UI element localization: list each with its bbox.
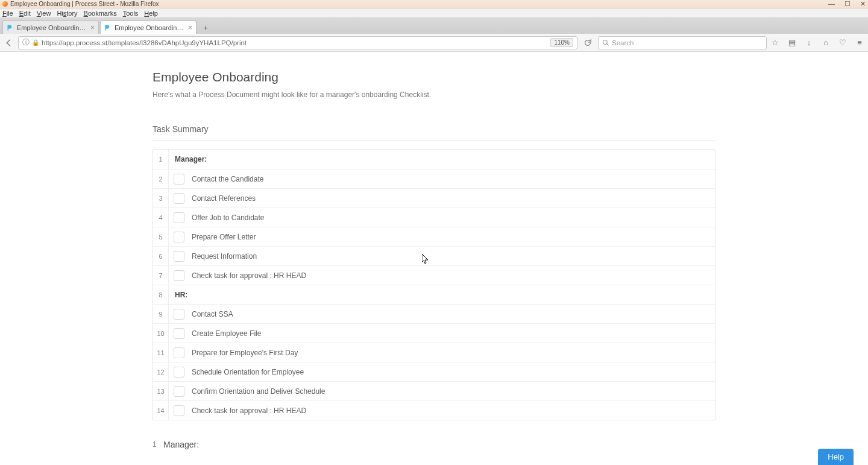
menu-help[interactable]: Help <box>144 10 158 17</box>
tab-1-close-icon[interactable]: × <box>188 24 192 32</box>
pocket-icon[interactable]: ♡ <box>838 38 848 47</box>
tab-strip: Employee Onboarding | Pr... × Employee O… <box>0 18 868 34</box>
window-titlebar: Employee Onboarding | Process Street - M… <box>0 0 868 8</box>
menu-edit[interactable]: Edit <box>19 10 31 17</box>
address-bar[interactable]: ⓘ 🔒 https://app.process.st/templates/l32… <box>18 36 577 49</box>
search-placeholder: Search <box>612 39 634 46</box>
tab-0-close-icon[interactable]: × <box>90 24 95 32</box>
toolbar: ⓘ 🔒 https://app.process.st/templates/l32… <box>0 34 868 52</box>
window-title: Employee Onboarding | Process Street - M… <box>10 1 159 7</box>
library-icon[interactable]: ▤ <box>787 38 797 47</box>
reload-icon <box>583 39 592 47</box>
process-street-favicon-icon <box>7 24 14 31</box>
downloads-icon[interactable]: ↓ <box>804 38 814 47</box>
window-maximize-button[interactable]: ☐ <box>844 0 851 8</box>
url-text: https://app.process.st/templates/l3286vD… <box>42 39 247 46</box>
new-tab-button[interactable]: + <box>199 22 212 34</box>
reload-button[interactable] <box>582 37 593 48</box>
menu-bar: FFileile Edit View History Bookmarks Too… <box>0 8 868 18</box>
menu-bookmarks[interactable]: Bookmarks <box>84 10 117 17</box>
window-minimize-button[interactable]: — <box>828 0 835 8</box>
tab-1-label: Employee Onboarding | Pr... <box>115 24 186 31</box>
tab-1[interactable]: Employee Onboarding | Pr... × <box>100 21 197 34</box>
search-field[interactable]: Search <box>598 36 767 49</box>
search-icon <box>602 39 609 46</box>
back-button[interactable] <box>4 37 14 48</box>
tab-0-label: Employee Onboarding | Pr... <box>17 24 88 31</box>
info-icon: ⓘ <box>22 38 30 47</box>
menu-history[interactable]: History <box>57 10 77 17</box>
menu-tools[interactable]: Tools <box>123 10 139 17</box>
lock-icon: 🔒 <box>32 39 39 46</box>
menu-view[interactable]: View <box>37 10 51 17</box>
firefox-logo-icon <box>2 1 8 7</box>
hamburger-menu-icon[interactable]: ≡ <box>855 38 864 47</box>
window-close-button[interactable]: ✕ <box>860 0 866 8</box>
svg-point-0 <box>603 40 608 44</box>
zoom-indicator[interactable]: 110% <box>550 38 573 47</box>
tab-0[interactable]: Employee Onboarding | Pr... × <box>2 21 99 34</box>
menu-file[interactable]: FFileile <box>2 10 13 17</box>
bookmark-star-icon[interactable]: ☆ <box>770 38 780 47</box>
process-street-favicon-icon <box>104 24 112 31</box>
arrow-left-icon <box>5 39 13 47</box>
home-icon[interactable]: ⌂ <box>821 38 831 47</box>
